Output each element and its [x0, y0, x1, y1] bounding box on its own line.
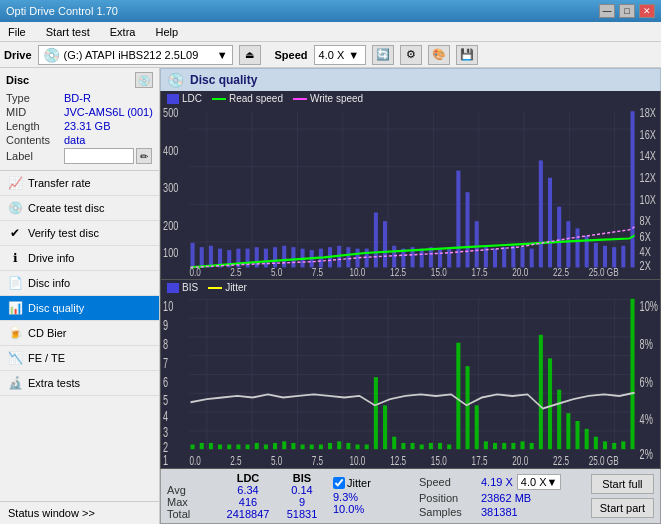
- svg-text:17.5: 17.5: [472, 266, 488, 279]
- svg-rect-64: [630, 111, 634, 267]
- total-bis: 51831: [277, 508, 327, 520]
- svg-rect-109: [337, 441, 341, 449]
- svg-text:22.5: 22.5: [553, 453, 569, 467]
- write-speed-legend: Write speed: [293, 93, 363, 104]
- sidebar-item-extra-tests[interactable]: 🔬 Extra tests: [0, 371, 159, 396]
- svg-text:400: 400: [163, 143, 178, 157]
- sidebar-item-disc-quality[interactable]: 📊 Disc quality: [0, 296, 159, 321]
- minimize-button[interactable]: —: [599, 4, 615, 18]
- maximize-button[interactable]: □: [619, 4, 635, 18]
- svg-rect-133: [557, 390, 561, 450]
- bottom-chart: 10 9 8 7 6 5 4 3 2 1 10% 8% 6% 4% 2%: [161, 280, 660, 468]
- svg-rect-122: [456, 343, 460, 450]
- svg-rect-95: [209, 443, 213, 449]
- read-speed-color: [212, 98, 226, 100]
- svg-rect-33: [346, 247, 350, 267]
- svg-text:15.0: 15.0: [431, 266, 447, 279]
- jitter-checkbox[interactable]: [333, 477, 345, 489]
- svg-rect-93: [191, 445, 195, 450]
- svg-rect-18: [209, 246, 213, 268]
- sidebar: Disc 💿 Type BD-R MID JVC-AMS6L (001) Len…: [0, 68, 160, 524]
- sidebar-item-cd-bier[interactable]: 🍺 CD Bier: [0, 321, 159, 346]
- avg-bis: 0.14: [277, 484, 327, 496]
- samples-value: 381381: [481, 506, 518, 518]
- speed-label: Speed: [419, 476, 477, 488]
- svg-rect-44: [447, 249, 451, 268]
- svg-rect-118: [420, 445, 424, 450]
- position-value: 23862 MB: [481, 492, 531, 504]
- svg-text:10%: 10%: [640, 298, 659, 315]
- read-speed-legend: Read speed: [212, 93, 283, 104]
- svg-text:6X: 6X: [640, 230, 652, 244]
- start-part-button[interactable]: Start part: [591, 498, 654, 518]
- svg-rect-112: [365, 445, 369, 450]
- svg-text:12.5: 12.5: [390, 453, 406, 467]
- ldc-label: LDC: [182, 93, 202, 104]
- sidebar-item-fe-te[interactable]: 📉 FE / TE: [0, 346, 159, 371]
- fe-te-icon: 📉: [8, 351, 22, 365]
- menu-start-test[interactable]: Start test: [42, 24, 94, 40]
- menu-help[interactable]: Help: [151, 24, 182, 40]
- close-button[interactable]: ✕: [639, 4, 655, 18]
- toolbar-refresh-button[interactable]: 🔄: [372, 45, 394, 65]
- panel-title: Disc quality: [190, 73, 257, 87]
- disc-quality-icon: 📊: [8, 301, 22, 315]
- charts-area: LDC Read speed Write speed: [160, 91, 661, 469]
- svg-text:16X: 16X: [640, 127, 657, 141]
- status-window-button[interactable]: Status window >>: [0, 501, 159, 524]
- top-chart-legend: LDC Read speed Write speed: [167, 93, 363, 104]
- speed-select-box[interactable]: 4.0 X ▼: [517, 474, 562, 490]
- svg-text:8: 8: [163, 336, 168, 353]
- top-chart: LDC Read speed Write speed: [161, 91, 660, 279]
- svg-rect-140: [621, 441, 625, 449]
- svg-rect-35: [365, 249, 369, 268]
- svg-rect-139: [612, 443, 616, 449]
- sidebar-item-verify-test-disc[interactable]: ✔ Verify test disc: [0, 221, 159, 246]
- svg-text:100: 100: [163, 246, 178, 260]
- menu-extra[interactable]: Extra: [106, 24, 140, 40]
- svg-rect-128: [511, 443, 515, 449]
- menu-file[interactable]: File: [4, 24, 30, 40]
- total-ldc: 2418847: [223, 508, 273, 520]
- drive-eject-button[interactable]: ⏏: [239, 45, 261, 65]
- toolbar-save-button[interactable]: 💾: [456, 45, 478, 65]
- svg-text:10.0: 10.0: [349, 453, 365, 467]
- svg-text:25.0 GB: 25.0 GB: [589, 266, 619, 279]
- label-input[interactable]: [64, 148, 134, 164]
- drive-select[interactable]: 💿 (G:) ATAPI iHBS212 2.5L09 ▼: [38, 45, 233, 65]
- disc-info-panel: Disc 💿 Type BD-R MID JVC-AMS6L (001) Len…: [0, 68, 159, 171]
- svg-rect-131: [539, 335, 543, 449]
- svg-text:3: 3: [163, 424, 168, 441]
- avg-ldc: 6.34: [223, 484, 273, 496]
- sidebar-item-disc-info[interactable]: 📄 Disc info: [0, 271, 159, 296]
- status-window-label: Status window >>: [8, 507, 95, 519]
- disc-refresh-button[interactable]: 💿: [135, 72, 153, 88]
- svg-rect-110: [346, 443, 350, 449]
- svg-text:7.5: 7.5: [312, 266, 324, 279]
- svg-rect-58: [575, 228, 579, 267]
- svg-rect-123: [465, 366, 469, 449]
- sidebar-item-create-test-disc[interactable]: 💿 Create test disc: [0, 196, 159, 221]
- toolbar-settings-button[interactable]: ⚙: [400, 45, 422, 65]
- svg-rect-45: [456, 171, 460, 268]
- svg-rect-16: [191, 243, 195, 268]
- svg-text:7: 7: [163, 355, 168, 372]
- svg-rect-96: [218, 445, 222, 450]
- sidebar-item-transfer-rate[interactable]: 📈 Transfer rate: [0, 171, 159, 196]
- ldc-header: LDC: [223, 472, 273, 484]
- speed-select[interactable]: 4.0 X ▼: [314, 45, 366, 65]
- svg-rect-119: [429, 443, 433, 449]
- svg-rect-27: [291, 247, 295, 267]
- samples-label: Samples: [419, 506, 477, 518]
- svg-rect-54: [539, 160, 543, 267]
- cd-bier-icon: 🍺: [8, 326, 22, 340]
- svg-rect-43: [438, 249, 442, 268]
- svg-rect-62: [612, 247, 616, 267]
- sidebar-item-drive-info[interactable]: ℹ Drive info: [0, 246, 159, 271]
- svg-rect-108: [328, 443, 332, 449]
- start-full-button[interactable]: Start full: [591, 474, 654, 494]
- label-edit-button[interactable]: ✏: [136, 148, 152, 164]
- toolbar-palette-button[interactable]: 🎨: [428, 45, 450, 65]
- position-label: Position: [419, 492, 477, 504]
- svg-text:22.5: 22.5: [553, 266, 569, 279]
